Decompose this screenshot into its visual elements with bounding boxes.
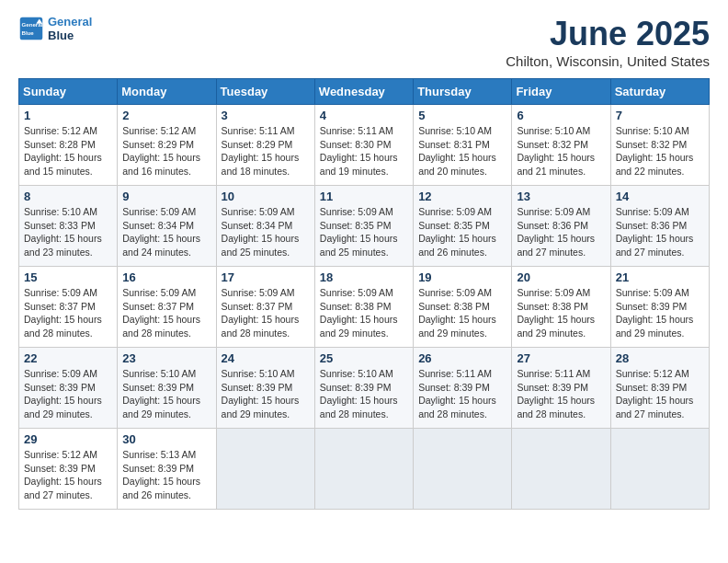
calendar-cell: 7Sunrise: 5:10 AM Sunset: 8:32 PM Daylig…: [610, 105, 709, 186]
calendar-cell: 17Sunrise: 5:09 AM Sunset: 8:37 PM Dayli…: [216, 267, 314, 348]
day-info: Sunrise: 5:12 AM Sunset: 8:29 PM Dayligh…: [122, 124, 210, 178]
calendar-cell: 20Sunrise: 5:09 AM Sunset: 8:38 PM Dayli…: [512, 267, 610, 348]
day-number: 30: [122, 432, 210, 446]
weekday-header-wednesday: Wednesday: [314, 79, 413, 105]
day-info: Sunrise: 5:10 AM Sunset: 8:32 PM Dayligh…: [616, 124, 704, 178]
day-number: 27: [517, 351, 605, 365]
calendar-cell: 21Sunrise: 5:09 AM Sunset: 8:39 PM Dayli…: [610, 267, 709, 348]
calendar-cell: 4Sunrise: 5:11 AM Sunset: 8:30 PM Daylig…: [314, 105, 413, 186]
calendar-page: General Blue General Blue June 2025 Chil…: [0, 0, 728, 563]
day-info: Sunrise: 5:12 AM Sunset: 8:39 PM Dayligh…: [24, 448, 112, 502]
day-info: Sunrise: 5:13 AM Sunset: 8:39 PM Dayligh…: [122, 448, 210, 502]
week-row-5: 29Sunrise: 5:12 AM Sunset: 8:39 PM Dayli…: [19, 429, 710, 510]
calendar-cell: 12Sunrise: 5:09 AM Sunset: 8:35 PM Dayli…: [414, 186, 512, 267]
day-number: 14: [616, 190, 704, 203]
week-row-3: 15Sunrise: 5:09 AM Sunset: 8:37 PM Dayli…: [19, 267, 710, 348]
calendar-cell: 8Sunrise: 5:10 AM Sunset: 8:33 PM Daylig…: [19, 186, 118, 267]
day-number: 28: [616, 351, 704, 365]
weekday-header-sunday: Sunday: [19, 79, 118, 105]
calendar-cell: 30Sunrise: 5:13 AM Sunset: 8:39 PM Dayli…: [118, 429, 216, 510]
day-number: 9: [122, 190, 210, 203]
weekday-row: SundayMondayTuesdayWednesdayThursdayFrid…: [19, 79, 710, 105]
calendar-cell: 9Sunrise: 5:09 AM Sunset: 8:34 PM Daylig…: [118, 186, 216, 267]
day-info: Sunrise: 5:10 AM Sunset: 8:39 PM Dayligh…: [122, 367, 210, 421]
day-info: Sunrise: 5:09 AM Sunset: 8:34 PM Dayligh…: [222, 205, 310, 259]
calendar-cell: 14Sunrise: 5:09 AM Sunset: 8:36 PM Dayli…: [610, 186, 709, 267]
month-title: June 2025: [506, 15, 710, 53]
calendar-cell: [314, 429, 413, 510]
day-info: Sunrise: 5:09 AM Sunset: 8:37 PM Dayligh…: [24, 286, 112, 340]
calendar-cell: 24Sunrise: 5:10 AM Sunset: 8:39 PM Dayli…: [216, 348, 314, 429]
calendar-cell: 15Sunrise: 5:09 AM Sunset: 8:37 PM Dayli…: [19, 267, 118, 348]
day-number: 21: [616, 270, 704, 284]
day-info: Sunrise: 5:09 AM Sunset: 8:38 PM Dayligh…: [517, 286, 605, 340]
svg-text:Blue: Blue: [22, 29, 35, 36]
day-number: 13: [517, 190, 605, 203]
day-info: Sunrise: 5:09 AM Sunset: 8:34 PM Dayligh…: [122, 205, 210, 259]
calendar-cell: 1Sunrise: 5:12 AM Sunset: 8:28 PM Daylig…: [19, 105, 118, 186]
day-info: Sunrise: 5:10 AM Sunset: 8:31 PM Dayligh…: [418, 124, 506, 178]
day-number: 25: [320, 351, 408, 365]
day-info: Sunrise: 5:11 AM Sunset: 8:39 PM Dayligh…: [517, 367, 605, 421]
day-number: 7: [616, 109, 704, 122]
day-info: Sunrise: 5:11 AM Sunset: 8:30 PM Dayligh…: [320, 124, 408, 178]
calendar-cell: 2Sunrise: 5:12 AM Sunset: 8:29 PM Daylig…: [118, 105, 216, 186]
calendar-cell: [610, 429, 709, 510]
day-number: 3: [222, 109, 310, 122]
weekday-header-monday: Monday: [118, 79, 216, 105]
calendar-cell: 13Sunrise: 5:09 AM Sunset: 8:36 PM Dayli…: [512, 186, 610, 267]
day-info: Sunrise: 5:11 AM Sunset: 8:39 PM Dayligh…: [418, 367, 506, 421]
calendar-cell: 18Sunrise: 5:09 AM Sunset: 8:38 PM Dayli…: [314, 267, 413, 348]
calendar-body: 1Sunrise: 5:12 AM Sunset: 8:28 PM Daylig…: [19, 105, 710, 510]
calendar-header: SundayMondayTuesdayWednesdayThursdayFrid…: [19, 79, 710, 105]
calendar-cell: 16Sunrise: 5:09 AM Sunset: 8:37 PM Dayli…: [118, 267, 216, 348]
day-number: 16: [122, 270, 210, 284]
day-info: Sunrise: 5:09 AM Sunset: 8:35 PM Dayligh…: [418, 205, 506, 259]
day-info: Sunrise: 5:09 AM Sunset: 8:36 PM Dayligh…: [616, 205, 704, 259]
day-info: Sunrise: 5:09 AM Sunset: 8:36 PM Dayligh…: [517, 205, 605, 259]
day-info: Sunrise: 5:12 AM Sunset: 8:39 PM Dayligh…: [616, 367, 704, 421]
day-info: Sunrise: 5:09 AM Sunset: 8:37 PM Dayligh…: [122, 286, 210, 340]
logo-icon: General Blue: [18, 16, 44, 41]
weekday-header-tuesday: Tuesday: [216, 79, 314, 105]
day-number: 26: [418, 351, 506, 365]
day-info: Sunrise: 5:11 AM Sunset: 8:29 PM Dayligh…: [222, 124, 310, 178]
day-number: 8: [24, 190, 112, 203]
logo-text: General: [48, 15, 92, 29]
header: General Blue General Blue June 2025 Chil…: [18, 15, 710, 69]
logo-subtext: Blue: [48, 29, 92, 42]
day-number: 10: [222, 190, 310, 203]
day-info: Sunrise: 5:10 AM Sunset: 8:32 PM Dayligh…: [517, 124, 605, 178]
day-number: 1: [24, 109, 112, 122]
day-number: 6: [517, 109, 605, 122]
calendar-table: SundayMondayTuesdayWednesdayThursdayFrid…: [18, 78, 710, 510]
calendar-cell: [512, 429, 610, 510]
location: Chilton, Wisconsin, United States: [506, 53, 710, 69]
day-number: 22: [24, 351, 112, 365]
day-info: Sunrise: 5:10 AM Sunset: 8:39 PM Dayligh…: [320, 367, 408, 421]
day-number: 5: [418, 109, 506, 122]
calendar-cell: 10Sunrise: 5:09 AM Sunset: 8:34 PM Dayli…: [216, 186, 314, 267]
day-info: Sunrise: 5:09 AM Sunset: 8:38 PM Dayligh…: [320, 286, 408, 340]
day-number: 18: [320, 270, 408, 284]
day-number: 23: [122, 351, 210, 365]
calendar-cell: 3Sunrise: 5:11 AM Sunset: 8:29 PM Daylig…: [216, 105, 314, 186]
calendar-cell: 6Sunrise: 5:10 AM Sunset: 8:32 PM Daylig…: [512, 105, 610, 186]
calendar-cell: 25Sunrise: 5:10 AM Sunset: 8:39 PM Dayli…: [314, 348, 413, 429]
day-info: Sunrise: 5:10 AM Sunset: 8:33 PM Dayligh…: [24, 205, 112, 259]
day-number: 19: [418, 270, 506, 284]
calendar-cell: 28Sunrise: 5:12 AM Sunset: 8:39 PM Dayli…: [610, 348, 709, 429]
day-info: Sunrise: 5:12 AM Sunset: 8:28 PM Dayligh…: [24, 124, 112, 178]
day-info: Sunrise: 5:09 AM Sunset: 8:37 PM Dayligh…: [222, 286, 310, 340]
day-number: 17: [222, 270, 310, 284]
calendar-cell: 11Sunrise: 5:09 AM Sunset: 8:35 PM Dayli…: [314, 186, 413, 267]
day-info: Sunrise: 5:09 AM Sunset: 8:39 PM Dayligh…: [24, 367, 112, 421]
day-number: 4: [320, 109, 408, 122]
day-info: Sunrise: 5:09 AM Sunset: 8:39 PM Dayligh…: [616, 286, 704, 340]
weekday-header-saturday: Saturday: [610, 79, 709, 105]
day-number: 20: [517, 270, 605, 284]
calendar-cell: [414, 429, 512, 510]
week-row-1: 1Sunrise: 5:12 AM Sunset: 8:28 PM Daylig…: [19, 105, 710, 186]
calendar-cell: [216, 429, 314, 510]
calendar-cell: 27Sunrise: 5:11 AM Sunset: 8:39 PM Dayli…: [512, 348, 610, 429]
